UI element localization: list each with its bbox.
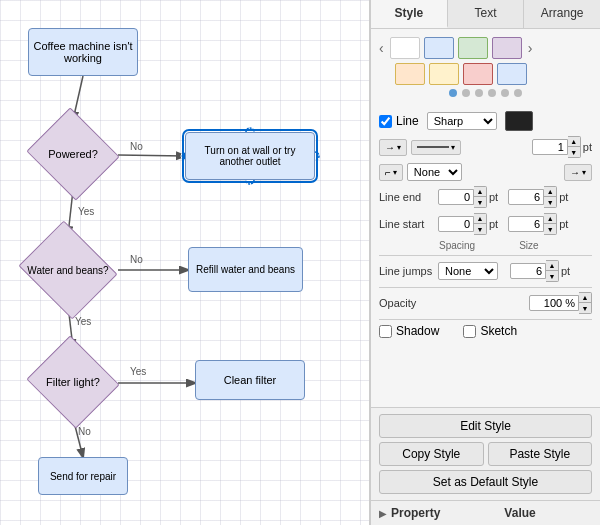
sketch-label[interactable]: Sketch xyxy=(463,324,517,338)
right-panel: Style Text Arrange ‹ › xyxy=(370,0,600,525)
arrow-row-1: → ▾ ▾ ▲ ▼ pt xyxy=(379,136,592,158)
line-end-size-down[interactable]: ▼ xyxy=(544,197,556,207)
svg-text:No: No xyxy=(130,141,143,152)
dot-1[interactable] xyxy=(449,89,457,97)
prop-value-section: ▶ Property Value xyxy=(371,500,600,525)
dot-3[interactable] xyxy=(475,89,483,97)
swatch-next-button[interactable]: › xyxy=(526,40,535,56)
line-jumps-up[interactable]: ▲ xyxy=(546,261,558,271)
line-start-size-up[interactable]: ▲ xyxy=(544,214,556,224)
arrow-row-2: ⌐ ▾ None Classic → ▾ xyxy=(379,163,592,181)
dot-5[interactable] xyxy=(501,89,509,97)
none-select[interactable]: None Classic xyxy=(407,163,462,181)
dot-6[interactable] xyxy=(514,89,522,97)
line-end-size-input[interactable] xyxy=(508,189,544,205)
swatch-light-blue[interactable] xyxy=(497,63,527,85)
line-end-spacing-up[interactable]: ▲ xyxy=(474,187,486,197)
paste-style-button[interactable]: Paste Style xyxy=(488,442,593,466)
swatch-pink[interactable] xyxy=(463,63,493,85)
svg-text:Yes: Yes xyxy=(78,206,94,217)
svg-text:Yes: Yes xyxy=(75,316,91,327)
line-jumps-size-input[interactable] xyxy=(510,263,546,279)
pt-input-group: ▲ ▼ pt xyxy=(532,136,592,158)
opacity-up[interactable]: ▲ xyxy=(579,293,591,303)
shadow-checkbox[interactable] xyxy=(379,325,392,338)
swatch-white[interactable] xyxy=(390,37,420,59)
swatch-yellow[interactable] xyxy=(429,63,459,85)
line-jumps-down[interactable]: ▼ xyxy=(546,271,558,281)
node-water-beans[interactable]: Water and beans? xyxy=(18,233,118,307)
line-style-icon xyxy=(417,146,449,148)
edit-style-button[interactable]: Edit Style xyxy=(379,414,592,438)
line-color-box[interactable] xyxy=(505,111,533,131)
node-clean-filter[interactable]: Clean filter xyxy=(195,360,305,400)
line-start-spacing-down[interactable]: ▼ xyxy=(474,224,486,234)
sketch-checkbox[interactable] xyxy=(463,325,476,338)
swatch-lavender[interactable] xyxy=(458,37,488,59)
node-turn-on[interactable]: Turn on at wall or try another outlet xyxy=(185,132,315,180)
pt-up[interactable]: ▲ xyxy=(568,137,580,147)
divider-3 xyxy=(379,319,592,320)
line-row: Line Sharp Rounded Curved xyxy=(379,111,592,131)
node-filter-light[interactable]: Filter light? xyxy=(28,346,118,418)
line-jumps-select[interactable]: None Arc Gap xyxy=(438,262,498,280)
line-end-spacing-spin: ▲ ▼ xyxy=(474,186,487,208)
line-checkbox[interactable] xyxy=(379,115,392,128)
arrow-right-btn[interactable]: → ▾ xyxy=(564,164,592,181)
tab-style[interactable]: Style xyxy=(371,0,448,28)
swatch-prev-button[interactable]: ‹ xyxy=(377,40,386,56)
swatch-purple[interactable] xyxy=(492,37,522,59)
svg-line-1 xyxy=(118,155,185,156)
svg-text:No: No xyxy=(130,254,143,265)
line-start-spacing-up[interactable]: ▲ xyxy=(474,214,486,224)
line-style-btn[interactable]: ▾ xyxy=(411,140,461,155)
line-start-size-input[interactable] xyxy=(508,216,544,232)
waypoint-btn[interactable]: ⌐ ▾ xyxy=(379,164,403,181)
size-label: Size xyxy=(519,240,538,251)
line-start-spacing-input[interactable] xyxy=(438,216,474,232)
line-end-spacing-input[interactable] xyxy=(438,189,474,205)
line-jumps-size: ▲ ▼ pt xyxy=(510,260,570,282)
node-send-repair[interactable]: Send for repair xyxy=(38,457,128,495)
opacity-down[interactable]: ▼ xyxy=(579,303,591,313)
arrow-left-chevron: ▾ xyxy=(397,143,401,152)
ls-unit1: pt xyxy=(489,218,498,230)
divider-2 xyxy=(379,287,592,288)
tab-arrange[interactable]: Arrange xyxy=(524,0,600,28)
line-end-size-up[interactable]: ▲ xyxy=(544,187,556,197)
prop-value-header: ▶ Property Value xyxy=(371,501,600,525)
le-unit1: pt xyxy=(489,191,498,203)
dot-4[interactable] xyxy=(488,89,496,97)
swatch-orange[interactable] xyxy=(395,63,425,85)
opacity-spin: ▲ ▼ xyxy=(579,292,592,314)
diagram-area[interactable]: No Yes No Yes Yes No Coffee machine isn'… xyxy=(0,0,370,525)
pt-down[interactable]: ▼ xyxy=(568,147,580,157)
arrow-left-icon: → xyxy=(385,142,395,153)
line-end-spacing-down[interactable]: ▼ xyxy=(474,197,486,207)
node-coffee-machine[interactable]: Coffee machine isn't working xyxy=(28,28,138,76)
property-col-header: Property xyxy=(391,506,440,520)
line-start-spacing-spin: ▲ ▼ xyxy=(474,213,487,235)
line-checkbox-label[interactable]: Line xyxy=(379,114,419,128)
swatch-blue[interactable] xyxy=(424,37,454,59)
line-start-size-down[interactable]: ▼ xyxy=(544,224,556,234)
shadow-label[interactable]: Shadow xyxy=(379,324,439,338)
line-start-size: ▲ ▼ pt xyxy=(508,213,568,235)
arrow-left-btn[interactable]: → ▾ xyxy=(379,139,407,156)
line-jumps-row: Line jumps None Arc Gap ▲ ▼ pt xyxy=(379,260,592,282)
pt-input[interactable] xyxy=(532,139,568,155)
node-refill[interactable]: Refill water and beans xyxy=(188,247,303,292)
copy-paste-row: Copy Style Paste Style xyxy=(379,442,592,466)
line-end-spacing: ▲ ▼ pt xyxy=(438,186,498,208)
line-end-size-spin: ▲ ▼ xyxy=(544,186,557,208)
dot-2[interactable] xyxy=(462,89,470,97)
tab-text[interactable]: Text xyxy=(448,0,525,28)
set-default-button[interactable]: Set as Default Style xyxy=(379,470,592,494)
lj-unit: pt xyxy=(561,265,570,277)
opacity-input[interactable] xyxy=(529,295,579,311)
copy-style-button[interactable]: Copy Style xyxy=(379,442,484,466)
line-style-select[interactable]: Sharp Rounded Curved xyxy=(427,112,497,130)
node-powered[interactable]: Powered? xyxy=(28,118,118,190)
line-end-row: Line end ▲ ▼ pt ▲ ▼ pt xyxy=(379,186,592,208)
collapse-arrow-icon[interactable]: ▶ xyxy=(379,508,387,519)
